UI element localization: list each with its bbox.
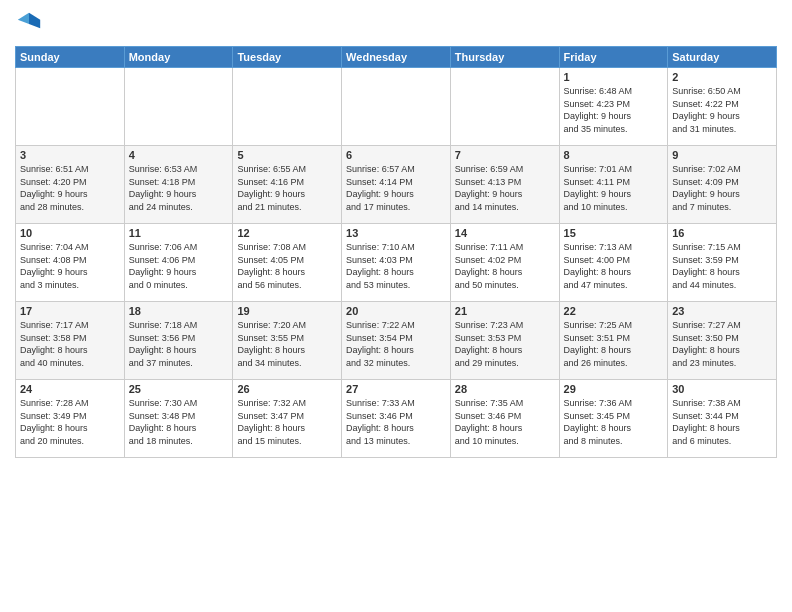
day-number-5: 5 <box>237 149 337 161</box>
day-cell-3-6: 23Sunrise: 7:27 AM Sunset: 3:50 PM Dayli… <box>668 302 777 380</box>
logo-icon <box>15 10 43 38</box>
day-number-17: 17 <box>20 305 120 317</box>
day-cell-4-5: 29Sunrise: 7:36 AM Sunset: 3:45 PM Dayli… <box>559 380 668 458</box>
week-row-1: 1Sunrise: 6:48 AM Sunset: 4:23 PM Daylig… <box>16 68 777 146</box>
day-number-29: 29 <box>564 383 664 395</box>
day-number-14: 14 <box>455 227 555 239</box>
day-number-8: 8 <box>564 149 664 161</box>
day-info-30: Sunrise: 7:38 AM Sunset: 3:44 PM Dayligh… <box>672 397 772 447</box>
day-info-29: Sunrise: 7:36 AM Sunset: 3:45 PM Dayligh… <box>564 397 664 447</box>
day-cell-3-1: 18Sunrise: 7:18 AM Sunset: 3:56 PM Dayli… <box>124 302 233 380</box>
day-number-10: 10 <box>20 227 120 239</box>
day-cell-4-6: 30Sunrise: 7:38 AM Sunset: 3:44 PM Dayli… <box>668 380 777 458</box>
day-cell-1-3: 6Sunrise: 6:57 AM Sunset: 4:14 PM Daylig… <box>342 146 451 224</box>
day-info-14: Sunrise: 7:11 AM Sunset: 4:02 PM Dayligh… <box>455 241 555 291</box>
day-number-21: 21 <box>455 305 555 317</box>
day-number-23: 23 <box>672 305 772 317</box>
day-number-24: 24 <box>20 383 120 395</box>
day-cell-2-1: 11Sunrise: 7:06 AM Sunset: 4:06 PM Dayli… <box>124 224 233 302</box>
header-monday: Monday <box>124 47 233 68</box>
day-info-10: Sunrise: 7:04 AM Sunset: 4:08 PM Dayligh… <box>20 241 120 291</box>
page: Sunday Monday Tuesday Wednesday Thursday… <box>0 0 792 612</box>
day-number-12: 12 <box>237 227 337 239</box>
day-info-17: Sunrise: 7:17 AM Sunset: 3:58 PM Dayligh… <box>20 319 120 369</box>
day-info-11: Sunrise: 7:06 AM Sunset: 4:06 PM Dayligh… <box>129 241 229 291</box>
header-thursday: Thursday <box>450 47 559 68</box>
header-tuesday: Tuesday <box>233 47 342 68</box>
day-number-7: 7 <box>455 149 555 161</box>
day-number-4: 4 <box>129 149 229 161</box>
day-info-13: Sunrise: 7:10 AM Sunset: 4:03 PM Dayligh… <box>346 241 446 291</box>
day-number-9: 9 <box>672 149 772 161</box>
day-info-24: Sunrise: 7:28 AM Sunset: 3:49 PM Dayligh… <box>20 397 120 447</box>
day-info-7: Sunrise: 6:59 AM Sunset: 4:13 PM Dayligh… <box>455 163 555 213</box>
header-sunday: Sunday <box>16 47 125 68</box>
calendar: Sunday Monday Tuesday Wednesday Thursday… <box>15 46 777 458</box>
day-cell-2-4: 14Sunrise: 7:11 AM Sunset: 4:02 PM Dayli… <box>450 224 559 302</box>
day-cell-2-0: 10Sunrise: 7:04 AM Sunset: 4:08 PM Dayli… <box>16 224 125 302</box>
day-info-26: Sunrise: 7:32 AM Sunset: 3:47 PM Dayligh… <box>237 397 337 447</box>
day-cell-3-3: 20Sunrise: 7:22 AM Sunset: 3:54 PM Dayli… <box>342 302 451 380</box>
header-saturday: Saturday <box>668 47 777 68</box>
day-number-19: 19 <box>237 305 337 317</box>
day-cell-2-3: 13Sunrise: 7:10 AM Sunset: 4:03 PM Dayli… <box>342 224 451 302</box>
day-info-23: Sunrise: 7:27 AM Sunset: 3:50 PM Dayligh… <box>672 319 772 369</box>
day-number-3: 3 <box>20 149 120 161</box>
day-info-18: Sunrise: 7:18 AM Sunset: 3:56 PM Dayligh… <box>129 319 229 369</box>
day-cell-3-2: 19Sunrise: 7:20 AM Sunset: 3:55 PM Dayli… <box>233 302 342 380</box>
day-cell-3-4: 21Sunrise: 7:23 AM Sunset: 3:53 PM Dayli… <box>450 302 559 380</box>
day-cell-1-1: 4Sunrise: 6:53 AM Sunset: 4:18 PM Daylig… <box>124 146 233 224</box>
day-number-28: 28 <box>455 383 555 395</box>
day-number-22: 22 <box>564 305 664 317</box>
day-cell-0-1 <box>124 68 233 146</box>
day-info-21: Sunrise: 7:23 AM Sunset: 3:53 PM Dayligh… <box>455 319 555 369</box>
day-info-25: Sunrise: 7:30 AM Sunset: 3:48 PM Dayligh… <box>129 397 229 447</box>
day-info-22: Sunrise: 7:25 AM Sunset: 3:51 PM Dayligh… <box>564 319 664 369</box>
day-info-5: Sunrise: 6:55 AM Sunset: 4:16 PM Dayligh… <box>237 163 337 213</box>
day-info-8: Sunrise: 7:01 AM Sunset: 4:11 PM Dayligh… <box>564 163 664 213</box>
day-cell-0-0 <box>16 68 125 146</box>
week-row-5: 24Sunrise: 7:28 AM Sunset: 3:49 PM Dayli… <box>16 380 777 458</box>
day-cell-4-3: 27Sunrise: 7:33 AM Sunset: 3:46 PM Dayli… <box>342 380 451 458</box>
day-cell-1-2: 5Sunrise: 6:55 AM Sunset: 4:16 PM Daylig… <box>233 146 342 224</box>
day-number-13: 13 <box>346 227 446 239</box>
day-cell-0-5: 1Sunrise: 6:48 AM Sunset: 4:23 PM Daylig… <box>559 68 668 146</box>
day-number-20: 20 <box>346 305 446 317</box>
weekday-header-row: Sunday Monday Tuesday Wednesday Thursday… <box>16 47 777 68</box>
week-row-2: 3Sunrise: 6:51 AM Sunset: 4:20 PM Daylig… <box>16 146 777 224</box>
day-number-6: 6 <box>346 149 446 161</box>
day-cell-3-0: 17Sunrise: 7:17 AM Sunset: 3:58 PM Dayli… <box>16 302 125 380</box>
day-cell-4-4: 28Sunrise: 7:35 AM Sunset: 3:46 PM Dayli… <box>450 380 559 458</box>
day-number-26: 26 <box>237 383 337 395</box>
day-info-27: Sunrise: 7:33 AM Sunset: 3:46 PM Dayligh… <box>346 397 446 447</box>
day-number-16: 16 <box>672 227 772 239</box>
day-number-27: 27 <box>346 383 446 395</box>
day-info-15: Sunrise: 7:13 AM Sunset: 4:00 PM Dayligh… <box>564 241 664 291</box>
day-info-4: Sunrise: 6:53 AM Sunset: 4:18 PM Dayligh… <box>129 163 229 213</box>
day-info-6: Sunrise: 6:57 AM Sunset: 4:14 PM Dayligh… <box>346 163 446 213</box>
day-cell-4-1: 25Sunrise: 7:30 AM Sunset: 3:48 PM Dayli… <box>124 380 233 458</box>
header-wednesday: Wednesday <box>342 47 451 68</box>
day-number-18: 18 <box>129 305 229 317</box>
day-info-2: Sunrise: 6:50 AM Sunset: 4:22 PM Dayligh… <box>672 85 772 135</box>
day-info-3: Sunrise: 6:51 AM Sunset: 4:20 PM Dayligh… <box>20 163 120 213</box>
day-number-15: 15 <box>564 227 664 239</box>
day-cell-4-2: 26Sunrise: 7:32 AM Sunset: 3:47 PM Dayli… <box>233 380 342 458</box>
day-number-25: 25 <box>129 383 229 395</box>
week-row-3: 10Sunrise: 7:04 AM Sunset: 4:08 PM Dayli… <box>16 224 777 302</box>
day-info-9: Sunrise: 7:02 AM Sunset: 4:09 PM Dayligh… <box>672 163 772 213</box>
day-cell-1-0: 3Sunrise: 6:51 AM Sunset: 4:20 PM Daylig… <box>16 146 125 224</box>
day-info-20: Sunrise: 7:22 AM Sunset: 3:54 PM Dayligh… <box>346 319 446 369</box>
day-info-1: Sunrise: 6:48 AM Sunset: 4:23 PM Dayligh… <box>564 85 664 135</box>
day-cell-2-6: 16Sunrise: 7:15 AM Sunset: 3:59 PM Dayli… <box>668 224 777 302</box>
day-cell-0-3 <box>342 68 451 146</box>
week-row-4: 17Sunrise: 7:17 AM Sunset: 3:58 PM Dayli… <box>16 302 777 380</box>
day-cell-1-5: 8Sunrise: 7:01 AM Sunset: 4:11 PM Daylig… <box>559 146 668 224</box>
day-cell-2-5: 15Sunrise: 7:13 AM Sunset: 4:00 PM Dayli… <box>559 224 668 302</box>
day-info-12: Sunrise: 7:08 AM Sunset: 4:05 PM Dayligh… <box>237 241 337 291</box>
day-number-11: 11 <box>129 227 229 239</box>
day-number-2: 2 <box>672 71 772 83</box>
day-cell-2-2: 12Sunrise: 7:08 AM Sunset: 4:05 PM Dayli… <box>233 224 342 302</box>
day-number-1: 1 <box>564 71 664 83</box>
header <box>15 10 777 38</box>
